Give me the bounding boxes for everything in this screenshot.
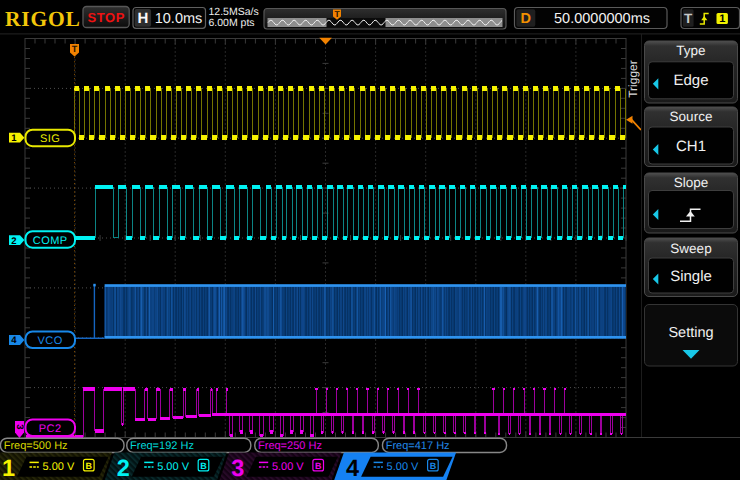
svg-text:3: 3 xyxy=(231,455,244,480)
svg-text:Source: Source xyxy=(670,109,713,124)
svg-text:B: B xyxy=(430,461,437,471)
svg-text:2: 2 xyxy=(117,455,130,480)
svg-text:6.00M pts: 6.00M pts xyxy=(209,17,255,29)
svg-text:SIG: SIG xyxy=(40,133,60,145)
svg-text:T: T xyxy=(684,11,693,26)
svg-text:B: B xyxy=(200,461,207,471)
svg-text:H: H xyxy=(137,10,148,27)
svg-text:50.0000000ms: 50.0000000ms xyxy=(554,11,650,27)
svg-text:STOP: STOP xyxy=(87,10,125,25)
svg-text:1: 1 xyxy=(2,455,15,480)
svg-text:VCO: VCO xyxy=(38,335,63,347)
svg-text:3: 3 xyxy=(14,424,25,429)
svg-text:5.00 V: 5.00 V xyxy=(387,461,419,473)
svg-text:RIGOL: RIGOL xyxy=(5,7,81,31)
svg-text:Freq=250 Hz: Freq=250 Hz xyxy=(258,440,322,452)
svg-text:2: 2 xyxy=(11,236,16,247)
svg-text:PC2: PC2 xyxy=(39,423,62,435)
svg-text:D: D xyxy=(521,11,531,27)
svg-text:Freq=417 Hz: Freq=417 Hz xyxy=(386,440,450,452)
svg-text:4: 4 xyxy=(11,335,17,346)
svg-text:B: B xyxy=(86,461,93,471)
svg-text:5.00 V: 5.00 V xyxy=(43,461,75,473)
svg-text:T: T xyxy=(334,9,340,19)
svg-text:Slope: Slope xyxy=(674,175,709,190)
svg-text:Setting: Setting xyxy=(668,325,713,341)
svg-text:10.0ms: 10.0ms xyxy=(155,11,203,27)
svg-text:B: B xyxy=(315,461,322,471)
svg-text:Edge: Edge xyxy=(673,72,708,89)
svg-text:Type: Type xyxy=(676,43,705,58)
svg-text:1: 1 xyxy=(11,133,17,144)
svg-text:COMP: COMP xyxy=(33,235,68,247)
svg-text:4: 4 xyxy=(346,455,359,480)
svg-text:Single: Single xyxy=(670,268,712,285)
svg-text:Sweep: Sweep xyxy=(670,241,711,256)
svg-text:Trigger: Trigger xyxy=(626,60,640,98)
svg-text:1: 1 xyxy=(719,13,725,25)
svg-text:T: T xyxy=(72,44,78,54)
svg-text:CH1: CH1 xyxy=(676,138,706,155)
svg-text:5.00 V: 5.00 V xyxy=(272,461,304,473)
svg-text:Freq=500 Hz: Freq=500 Hz xyxy=(4,440,68,452)
svg-text:5.00 V: 5.00 V xyxy=(157,461,189,473)
svg-text:Freq=192 Hz: Freq=192 Hz xyxy=(130,440,194,452)
